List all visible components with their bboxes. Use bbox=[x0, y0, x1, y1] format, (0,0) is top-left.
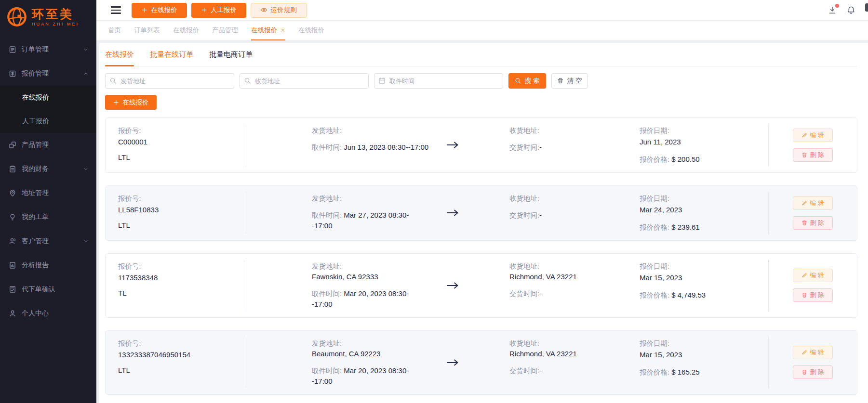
subtab-0[interactable]: 在线报价 bbox=[105, 50, 134, 66]
trash-icon bbox=[801, 369, 807, 375]
arrow-right-icon bbox=[439, 338, 466, 387]
pickup-time-value-line2: -17:00 bbox=[312, 221, 439, 231]
tab-0[interactable]: 首页 bbox=[108, 21, 121, 40]
price-value: $ 4,749.53 bbox=[671, 291, 706, 299]
pickup-time-input[interactable] bbox=[374, 73, 503, 89]
clipped-edge-element bbox=[865, 3, 868, 12]
quote-no-label: 报价号: bbox=[118, 193, 246, 204]
app: 环至美 HUAN ZHI MEI 订单管理 报价管理 在线报价 人工报价 产品管… bbox=[0, 0, 868, 403]
calendar-icon bbox=[378, 77, 386, 84]
sidebar-item-profile[interactable]: 个人中心 bbox=[0, 301, 96, 325]
rate-rules-button-label: 运价规则 bbox=[271, 6, 297, 14]
edit-button[interactable]: 编 辑 bbox=[793, 346, 833, 359]
price-label: 报价价格: bbox=[640, 156, 669, 163]
subtab-1[interactable]: 批量在线订单 bbox=[150, 50, 193, 66]
edit-button[interactable]: 编 辑 bbox=[793, 129, 833, 142]
to-address-field bbox=[240, 73, 369, 89]
from-address-field bbox=[105, 73, 234, 89]
manual-quote-button[interactable]: 人工报价 bbox=[191, 3, 247, 18]
plus-icon bbox=[113, 99, 120, 106]
to-address-label: 收货地址: bbox=[509, 193, 630, 204]
pickup-time-label: 取件时间: bbox=[312, 367, 342, 375]
to-column: 收货地址: 交货时间:- bbox=[466, 125, 630, 165]
tab-1[interactable]: 订单列表 bbox=[134, 21, 160, 40]
trash-icon bbox=[557, 78, 564, 84]
quote-type: LTL bbox=[118, 220, 246, 231]
edit-button[interactable]: 编 辑 bbox=[793, 269, 833, 282]
quote-no-value: 1173538348 bbox=[118, 273, 246, 283]
hamburger-menu-icon[interactable] bbox=[111, 6, 121, 14]
quote-date-label: 报价日期: bbox=[640, 125, 769, 136]
report-icon bbox=[9, 261, 16, 269]
from-address-input[interactable] bbox=[105, 73, 234, 89]
search-icon bbox=[515, 78, 521, 84]
tab-3[interactable]: 产品管理 bbox=[212, 21, 238, 40]
brand-logo-globe-icon bbox=[6, 6, 28, 28]
edit-button-label: 编 辑 bbox=[810, 199, 824, 208]
pickup-time-label: 取件时间: bbox=[312, 290, 342, 298]
delivery-time-line: 交货时间:- bbox=[509, 210, 630, 221]
edit-button[interactable]: 编 辑 bbox=[793, 196, 833, 210]
to-address-input[interactable] bbox=[240, 73, 369, 89]
sidebar-item-customer[interactable]: 客户管理 bbox=[0, 229, 96, 253]
sidebar-subitem[interactable]: 在线报价 bbox=[0, 86, 96, 109]
create-online-quote-button[interactable]: 在线报价 bbox=[105, 95, 157, 110]
page-background: 在线报价批量在线订单批量电商订单 bbox=[96, 41, 868, 403]
clear-button[interactable]: 清 空 bbox=[551, 73, 588, 89]
delete-button[interactable]: 删 除 bbox=[793, 216, 833, 230]
quote-no-column: 报价号: 1173538348 TL bbox=[106, 261, 246, 310]
delivery-time-line: 交货时间:- bbox=[509, 142, 630, 153]
search-button[interactable]: 搜 索 bbox=[508, 73, 546, 89]
pickup-time-field bbox=[374, 73, 503, 89]
price-line: 报价价格: $ 200.50 bbox=[640, 154, 769, 165]
create-online-quote-label: 在线报价 bbox=[123, 98, 149, 107]
sidebar-item-address[interactable]: 地址管理 bbox=[0, 181, 96, 205]
row-actions: 编 辑 删 除 bbox=[769, 261, 857, 310]
sidebar-subitem[interactable]: 人工报价 bbox=[0, 109, 96, 133]
sidebar-submenu: 在线报价 人工报价 bbox=[0, 86, 96, 133]
delivery-time-label: 交货时间: bbox=[509, 143, 539, 151]
pencil-icon bbox=[801, 350, 807, 355]
delivery-time-value: - bbox=[539, 289, 542, 298]
brand-tagline: HUAN ZHI MEI bbox=[32, 22, 79, 26]
sidebar-item-finance[interactable]: 我的财务 bbox=[0, 157, 96, 181]
sidebar-item-report[interactable]: 分析报告 bbox=[0, 253, 96, 277]
online-quote-button[interactable]: 在线报价 bbox=[132, 3, 187, 18]
delete-button[interactable]: 删 除 bbox=[793, 365, 833, 379]
chevron-down-icon bbox=[83, 166, 89, 172]
price-line: 报价价格: $ 4,749.53 bbox=[640, 290, 769, 300]
from-address-value: Fawnskin, CA 92333 bbox=[312, 272, 439, 282]
sidebar-item-confirm[interactable]: 代下单确认 bbox=[0, 277, 96, 301]
price-label: 报价价格: bbox=[640, 368, 669, 376]
sidebar-item-quote[interactable]: 报价管理 bbox=[0, 62, 96, 86]
sidebar-item-ticket[interactable]: 我的工单 bbox=[0, 205, 96, 229]
bell-icon[interactable] bbox=[847, 6, 855, 14]
delivery-time-value: - bbox=[539, 366, 542, 375]
pickup-time-label: 取件时间: bbox=[312, 211, 342, 219]
subtab-2[interactable]: 批量电商订单 bbox=[209, 50, 253, 66]
close-icon[interactable] bbox=[280, 27, 285, 33]
search-icon bbox=[109, 77, 117, 84]
profile-icon bbox=[9, 310, 16, 317]
arrow-right-icon bbox=[439, 261, 466, 310]
delete-button[interactable]: 删 除 bbox=[793, 288, 833, 302]
tab-5[interactable]: 在线报价 bbox=[298, 21, 324, 40]
delete-button[interactable]: 删 除 bbox=[793, 148, 833, 162]
chevron-up-icon bbox=[83, 71, 89, 77]
price-line: 报价价格: $ 239.61 bbox=[640, 222, 769, 233]
date-column: 报价日期: Mar 24, 2023 报价价格: $ 239.61 bbox=[630, 193, 769, 233]
row-actions: 编 辑 删 除 bbox=[769, 193, 857, 233]
quote-date-label: 报价日期: bbox=[640, 261, 769, 272]
quote-card: 报价号: 1173538348 TL 发货地址: Fawnskin, CA 92… bbox=[105, 253, 857, 318]
price-label: 报价价格: bbox=[640, 291, 669, 299]
from-column: 发货地址: Fawnskin, CA 92333 取件时间: Mar 20, 2… bbox=[246, 261, 439, 310]
chevron-down-icon bbox=[83, 238, 89, 244]
tab-2[interactable]: 在线报价 bbox=[173, 21, 199, 40]
pencil-icon bbox=[801, 273, 807, 278]
tab-4[interactable]: 在线报价 bbox=[251, 21, 285, 40]
delivery-time-line: 交货时间:- bbox=[509, 288, 630, 299]
sidebar-item-product[interactable]: 产品管理 bbox=[0, 133, 96, 157]
pickup-time-value-line2: -17:00 bbox=[312, 376, 439, 387]
rate-rules-button[interactable]: 运价规则 bbox=[251, 3, 307, 18]
sidebar-item-order[interactable]: 订单管理 bbox=[0, 38, 96, 62]
